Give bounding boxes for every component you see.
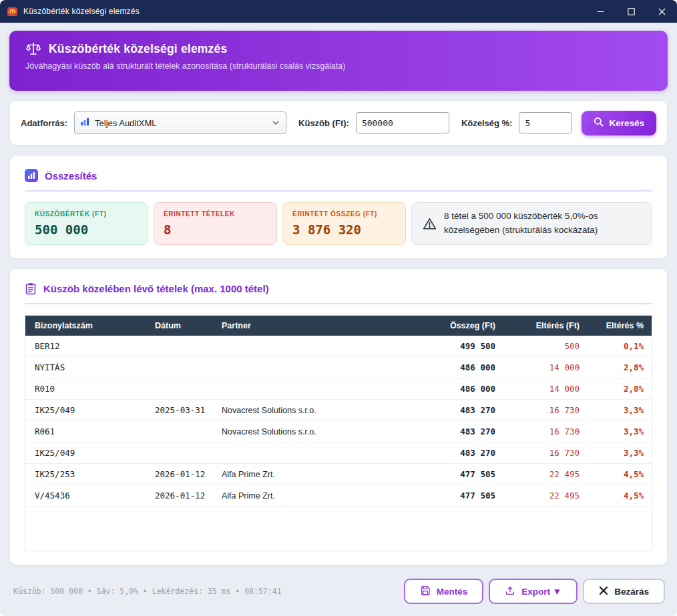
cell-diff: 500	[503, 336, 588, 357]
cell-partner	[214, 357, 426, 378]
minimize-button[interactable]	[585, 0, 616, 23]
divider	[25, 190, 652, 192]
table-row[interactable]: NYITÁS486 00014 0002,8%	[25, 357, 652, 378]
proximity-input[interactable]	[519, 112, 572, 133]
export-icon	[505, 585, 515, 598]
window-content: Küszöbérték közelségi elemzés Jóváhagyás…	[0, 23, 677, 616]
cell-diff: 16 730	[503, 421, 588, 442]
cell-doc: BER12	[25, 336, 147, 357]
cell-diff: 14 000	[503, 378, 588, 400]
window-controls	[585, 0, 677, 23]
cell-diffpct: 3,3%	[588, 400, 652, 421]
export-button[interactable]: Export ▼	[489, 579, 578, 604]
stat-affected-amount: ÉRINTETT ÖSSZEG (FT) 3 876 320	[282, 202, 406, 245]
cell-diffpct: 4,5%	[588, 464, 652, 485]
status-bar: Küszöb: 500 000 • Sáv: 5,0% • Lekérdezés…	[13, 587, 282, 596]
cell-date	[147, 442, 214, 464]
cell-amount: 477 505	[426, 485, 503, 507]
scales-icon	[25, 41, 41, 57]
bar-chart-icon	[80, 117, 89, 129]
cell-amount: 483 270	[426, 421, 503, 442]
cell-amount: 486 000	[426, 378, 503, 400]
table-row[interactable]: IK25/0492025-03-31Novacrest Solutions s.…	[25, 400, 652, 421]
close-button[interactable]	[646, 0, 677, 23]
stat-affected-amount-value: 3 876 320	[292, 222, 396, 237]
header-banner: Küszöbérték közelségi elemzés Jóváhagyás…	[9, 31, 668, 91]
summary-chart-icon	[25, 169, 38, 182]
column-header-date[interactable]: Dátum	[147, 316, 214, 336]
column-header-diff[interactable]: Eltérés (Ft)	[503, 316, 588, 336]
search-button-label: Keresés	[609, 118, 644, 128]
cell-partner: Novacrest Solutions s.r.o.	[214, 421, 426, 442]
cell-date: 2026-01-12	[147, 464, 214, 485]
page-title: Küszöbérték közelségi elemzés	[49, 42, 227, 56]
datasource-value: Teljes AuditXML	[95, 118, 267, 128]
cell-doc: V/45436	[25, 485, 147, 507]
results-title: Küszöb közelében lévő tételek (max. 1000…	[43, 283, 269, 294]
threshold-input[interactable]	[356, 112, 449, 133]
cell-doc: NYITÁS	[25, 357, 147, 378]
cell-date	[147, 357, 214, 378]
summary-section: Összesítés KÜSZÖBÉRTÉK (FT) 500 000 ÉRIN…	[9, 155, 668, 259]
close-dialog-label: Bezárás	[614, 587, 649, 597]
table-row[interactable]: R061Novacrest Solutions s.r.o.483 27016 …	[25, 421, 652, 442]
table-row[interactable]: R010486 00014 0002,8%	[25, 378, 652, 400]
window-title: Küszöbérték közelségi elemzés	[23, 7, 140, 16]
save-button[interactable]: Mentés	[404, 579, 484, 604]
controls-bar: Adatforrás: Teljes AuditXML Küszöb (Ft):…	[9, 100, 668, 145]
cell-diff: 22 495	[503, 485, 588, 507]
table-header: Bizonylatszám Dátum Partner Összeg (Ft) …	[25, 316, 652, 336]
footer-buttons: Mentés Export ▼ Bezárás	[404, 579, 665, 604]
column-header-partner[interactable]: Partner	[214, 316, 426, 336]
results-section: Küszöb közelében lévő tételek (max. 1000…	[9, 268, 668, 565]
cell-date	[147, 421, 214, 442]
risk-note-text: 8 tétel a 500 000 küszöbérték 5,0%-os kö…	[444, 210, 641, 238]
maximize-button[interactable]	[616, 0, 646, 23]
table-row[interactable]: V/454362026-01-12Alfa Prime Zrt.477 5052…	[25, 485, 652, 507]
threshold-label: Küszöb (Ft):	[298, 118, 349, 128]
chevron-down-icon	[272, 121, 279, 125]
stat-threshold-value: 500 000	[35, 222, 138, 237]
cell-amount: 499 500	[426, 336, 503, 357]
cell-diffpct: 2,8%	[588, 378, 652, 400]
stat-affected-items-value: 8	[164, 222, 267, 237]
table-row[interactable]: IK25/2532026-01-12Alfa Prime Zrt.477 505…	[25, 464, 652, 485]
stats-row: KÜSZÖBÉRTÉK (FT) 500 000 ÉRINTETT TÉTELE…	[25, 202, 652, 245]
cell-doc: IK25/253	[25, 464, 147, 485]
cell-diff: 16 730	[503, 400, 588, 421]
column-header-amount[interactable]: Összeg (Ft)	[426, 316, 503, 336]
cell-date	[147, 336, 214, 357]
close-dialog-button[interactable]: Bezárás	[583, 579, 665, 604]
cell-partner	[214, 336, 426, 357]
cell-doc: R010	[25, 378, 147, 400]
table-row[interactable]: IK25/049483 27016 7303,3%	[25, 442, 652, 464]
warning-icon	[423, 217, 437, 231]
table-row[interactable]: BER12499 5005000,1%	[25, 336, 652, 357]
export-button-label: Export ▼	[521, 587, 561, 597]
column-header-doc[interactable]: Bizonylatszám	[25, 316, 147, 336]
save-button-label: Mentés	[437, 587, 468, 597]
clipboard-icon	[25, 282, 37, 295]
results-table: Bizonylatszám Dátum Partner Összeg (Ft) …	[25, 316, 652, 507]
save-icon	[420, 585, 431, 598]
proximity-label: Közelség %:	[461, 118, 513, 128]
cell-doc: IK25/049	[25, 400, 147, 421]
page-subtitle: Jóváhagyási küszöb alá strukturált tétel…	[25, 61, 652, 71]
cell-doc: R061	[25, 421, 147, 442]
titlebar: Küszöbérték közelségi elemzés	[0, 0, 677, 23]
divider	[25, 303, 652, 304]
cell-diffpct: 2,8%	[588, 357, 652, 378]
cell-amount: 486 000	[426, 357, 503, 378]
cell-partner	[214, 442, 426, 464]
cell-amount: 483 270	[426, 400, 503, 421]
cell-date: 2025-03-31	[147, 400, 214, 421]
table-body: BER12499 5005000,1%NYITÁS486 00014 0002,…	[25, 336, 652, 507]
column-header-diffpct[interactable]: Eltérés %	[588, 316, 652, 336]
search-icon	[594, 117, 604, 129]
datasource-select[interactable]: Teljes AuditXML	[74, 111, 286, 134]
cell-diffpct: 4,5%	[588, 485, 652, 507]
results-table-wrap: Bizonylatszám Dátum Partner Összeg (Ft) …	[25, 315, 652, 551]
stat-threshold: KÜSZÖBÉRTÉK (FT) 500 000	[25, 202, 148, 245]
summary-title: Összesítés	[45, 170, 97, 182]
search-button[interactable]: Keresés	[582, 111, 656, 135]
